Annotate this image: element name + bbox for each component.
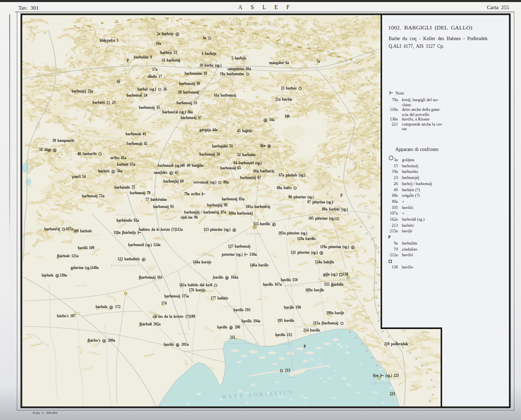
svg-text:GORIZIA: GORIZIA <box>339 277 360 281</box>
svg-text:CODROIPO: CODROIPO <box>197 254 214 256</box>
svg-text:TARCENTO: TARCENTO <box>273 203 290 206</box>
svg-text:AQUILEIA: AQUILEIA <box>278 343 294 345</box>
svg-text:MARANO LAGUNARE: MARANO LAGUNARE <box>228 342 259 345</box>
svg-text:TOLMEZZO: TOLMEZZO <box>187 98 205 100</box>
svg-text:SACILE: SACILE <box>75 284 87 287</box>
svg-text:CIVIDALE: CIVIDALE <box>298 228 314 231</box>
svg-text:S.VITO: S.VITO <box>178 333 189 335</box>
svg-text:PORDENONE: PORDENONE <box>111 263 140 267</box>
svg-text:MANIAGO: MANIAGO <box>116 214 131 216</box>
svg-text:CERVIGNANO: CERVIGNANO <box>295 325 316 328</box>
svg-text:TARVISIO: TARVISIO <box>340 69 360 73</box>
svg-text:FORNI AVOLTRI: FORNI AVOLTRI <box>125 40 149 42</box>
svg-text:GRADO: GRADO <box>288 376 299 379</box>
svg-text:UDINE: UDINE <box>246 232 263 236</box>
svg-text:PALUZZA: PALUZZA <box>198 49 213 51</box>
svg-text:A U S T R I A: A U S T R I A <box>222 21 273 26</box>
svg-text:SPILIMBERGO: SPILIMBERGO <box>162 211 184 213</box>
svg-text:S.DANIELE: S.DANIELE <box>211 219 228 221</box>
svg-text:PALMANOVA: PALMANOVA <box>285 285 305 287</box>
svg-text:LATISANA: LATISANA <box>222 305 238 308</box>
svg-text:TRIESTE: TRIESTE <box>371 381 392 385</box>
